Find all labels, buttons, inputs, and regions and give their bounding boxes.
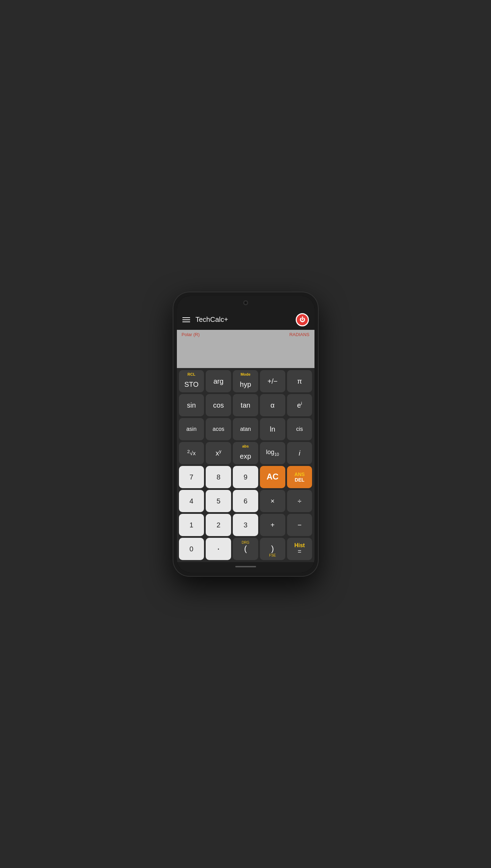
xy-button[interactable]: xy — [206, 442, 231, 464]
ei-button[interactable]: ei — [287, 394, 312, 416]
status-bar — [177, 296, 314, 310]
app-bar-left: TechCalc+ — [182, 316, 228, 324]
xy-label: xy — [215, 449, 221, 457]
one-button[interactable]: 1 — [179, 514, 204, 536]
pi-button[interactable]: π — [287, 370, 312, 392]
rcl-sto-button[interactable]: RCL STO — [179, 370, 204, 392]
hist-eq-button[interactable]: Hist = — [287, 538, 312, 560]
app-title: TechCalc+ — [196, 316, 228, 324]
five-button[interactable]: 5 — [206, 490, 231, 512]
ans-del-button[interactable]: ANS DEL — [287, 466, 312, 488]
key-row-6: 4 5 6 × ÷ — [179, 490, 312, 512]
display-labels: Polar (R) RADIANS — [182, 332, 310, 337]
log10-button[interactable]: log10 — [260, 442, 285, 464]
hamburger-line — [182, 322, 190, 322]
sqrt-label: 2√x — [187, 449, 196, 457]
plus-minus-label: +/− — [268, 377, 278, 385]
camera-icon — [243, 300, 248, 305]
mode-hyp-button[interactable]: Mode hyp — [233, 370, 258, 392]
zero-button[interactable]: 0 — [179, 538, 204, 560]
i-button[interactable]: i — [287, 442, 312, 464]
ac-button[interactable]: AC — [260, 466, 285, 488]
mode-label: Polar (R) — [182, 332, 200, 337]
sto-label: STO — [185, 381, 199, 388]
phone-frame: TechCalc+ ⏻ Polar (R) RADIANS RCL STO — [173, 292, 319, 577]
eq-label: = — [298, 548, 302, 555]
drg-lparen-button[interactable]: DRG ( — [233, 538, 258, 560]
lparen-label: ( — [244, 544, 247, 553]
tan-button[interactable]: tan — [233, 394, 258, 416]
arg-button[interactable]: arg — [206, 370, 231, 392]
key-row-8: 0 · DRG ( ) FSE Hist = — [179, 538, 312, 560]
display-area: Polar (R) RADIANS — [177, 330, 314, 368]
arg-label: arg — [213, 377, 223, 385]
three-button[interactable]: 3 — [233, 514, 258, 536]
menu-button[interactable] — [182, 317, 190, 322]
app-bar: TechCalc+ ⏻ — [177, 310, 314, 330]
sin-label: sin — [187, 401, 196, 409]
pi-label: π — [297, 377, 302, 385]
nav-bar — [177, 562, 314, 573]
minus-button[interactable]: − — [287, 514, 312, 536]
sin-button[interactable]: sin — [179, 394, 204, 416]
ln-button[interactable]: ln — [260, 418, 285, 440]
dot-button[interactable]: · — [206, 538, 231, 560]
eight-button[interactable]: 8 — [206, 466, 231, 488]
key-row-1: RCL STO arg Mode hyp +/− π — [179, 370, 312, 392]
sqrt-button[interactable]: 2√x — [179, 442, 204, 464]
two-button[interactable]: 2 — [206, 514, 231, 536]
alpha-label: α — [271, 401, 275, 409]
alpha-button[interactable]: α — [260, 394, 285, 416]
hamburger-line — [182, 317, 190, 318]
one-label: 1 — [189, 521, 193, 529]
seven-button[interactable]: 7 — [179, 466, 204, 488]
dot-label: · — [217, 543, 220, 554]
phone-screen: TechCalc+ ⏻ Polar (R) RADIANS RCL STO — [177, 296, 314, 573]
key-row-4: 2√x xy abs exp log10 i — [179, 442, 312, 464]
ln-label: ln — [270, 425, 276, 433]
drg-label: DRG — [233, 541, 258, 544]
keypad: RCL STO arg Mode hyp +/− π — [177, 368, 314, 562]
zero-label: 0 — [189, 545, 193, 553]
six-button[interactable]: 6 — [233, 490, 258, 512]
angle-label: RADIANS — [289, 332, 310, 337]
nine-label: 9 — [244, 473, 247, 481]
asin-button[interactable]: asin — [179, 418, 204, 440]
minus-label: − — [297, 521, 302, 529]
four-button[interactable]: 4 — [179, 490, 204, 512]
mode-label-btn: Mode — [233, 372, 258, 376]
tan-label: tan — [241, 401, 251, 409]
plus-minus-button[interactable]: +/− — [260, 370, 285, 392]
key-row-3: asin acos atan ln cis — [179, 418, 312, 440]
exp-label: exp — [240, 452, 251, 460]
abs-exp-button[interactable]: abs exp — [233, 442, 258, 464]
nav-pill — [235, 566, 256, 567]
eight-label: 8 — [216, 473, 220, 481]
rparen-fse-button[interactable]: ) FSE — [260, 538, 285, 560]
cos-label: cos — [213, 401, 224, 409]
two-label: 2 — [216, 521, 220, 529]
seven-label: 7 — [189, 473, 193, 481]
four-label: 4 — [189, 497, 193, 505]
hamburger-line — [182, 319, 190, 320]
multiply-label: × — [270, 497, 275, 505]
multiply-button[interactable]: × — [260, 490, 285, 512]
divide-label: ÷ — [298, 497, 302, 505]
cos-button[interactable]: cos — [206, 394, 231, 416]
del-label: DEL — [295, 477, 304, 483]
cis-button[interactable]: cis — [287, 418, 312, 440]
divide-button[interactable]: ÷ — [287, 490, 312, 512]
power-button[interactable]: ⏻ — [296, 313, 309, 326]
acos-button[interactable]: acos — [206, 418, 231, 440]
hist-label: Hist — [294, 542, 305, 549]
abs-label: abs — [233, 444, 258, 448]
asin-label: asin — [186, 426, 196, 432]
display-value — [182, 339, 310, 359]
nine-button[interactable]: 9 — [233, 466, 258, 488]
rcl-label: RCL — [179, 372, 204, 376]
three-label: 3 — [244, 521, 247, 529]
ans-label: ANS — [294, 471, 305, 477]
acos-label: acos — [213, 426, 224, 432]
plus-button[interactable]: + — [260, 514, 285, 536]
atan-button[interactable]: atan — [233, 418, 258, 440]
